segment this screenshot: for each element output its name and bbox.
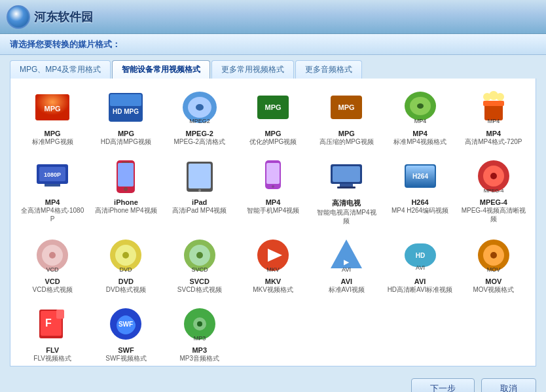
format-item-mpg2[interactable]: HD MPGMPGHD高清MPG视频	[90, 85, 161, 149]
format-item-mpeg4[interactable]: MPEG-4MPEG-4MPEG-4视频高清晰视频	[458, 154, 529, 228]
logo-text: 河东软件园	[34, 9, 93, 25]
svg-point-72	[490, 252, 497, 258]
svg-point-22	[496, 93, 504, 101]
svg-text:DVD: DVD	[120, 266, 133, 273]
format-item-ipad[interactable]: iPad高清iPad MP4视频	[164, 154, 235, 228]
format-item-iphone[interactable]: iPhone高清iPhone MP4视频	[90, 154, 161, 228]
cancel-button[interactable]: 取消	[481, 378, 536, 392]
format-icon-vcd: VCD	[33, 236, 72, 275]
format-item-mpg4[interactable]: MPGMPG高压缩的MPG视频	[311, 85, 382, 149]
svg-text:MPEG-4: MPEG-4	[484, 188, 504, 194]
svg-text:AVI: AVI	[416, 264, 425, 271]
svg-text:MPG: MPG	[45, 105, 61, 113]
format-icon-mp4-3: 1080P	[33, 156, 72, 196]
format-item-mpg3[interactable]: MPGMPG优化的MPG视频	[238, 85, 308, 149]
format-item-swf[interactable]: SWFSWFSWF视频格式	[90, 302, 161, 365]
format-icon-mp4-1: MP4	[401, 88, 440, 127]
format-item-avi1[interactable]: ▶AVIAVI标准AVI视频	[311, 233, 382, 296]
format-icon-mp4-4	[253, 156, 293, 196]
format-item-mp3[interactable]: MP3MP3MP3音频格式	[164, 302, 235, 365]
format-desc-mkv: MKV视频格式	[253, 285, 293, 294]
format-name-avi1: AVI	[341, 277, 353, 285]
format-item-mkv[interactable]: MKVMKVMKV视频格式	[238, 233, 308, 296]
format-item-vcd[interactable]: VCDVCDVCD格式视频	[17, 233, 88, 296]
svg-point-47	[490, 173, 497, 179]
svg-text:VCD: VCD	[46, 266, 60, 273]
format-icon-ipad	[180, 156, 219, 196]
format-name-svcd: SVCD	[189, 277, 209, 285]
format-item-h264[interactable]: H264H264MP4 H264编码视频	[384, 154, 455, 228]
format-item-mp4-4[interactable]: MP4智能手机MP4视频	[238, 154, 308, 228]
format-item-dvd[interactable]: DVDDVDDVD格式视频	[90, 233, 161, 296]
format-item-mpeg2[interactable]: MPEG2MPEG-2MPEG-2高清格式	[164, 85, 235, 149]
svg-point-37	[272, 185, 274, 188]
format-desc-flv: FLV视频格式	[33, 354, 71, 363]
svg-point-55	[122, 252, 129, 258]
logo: 河东软件园	[7, 5, 93, 29]
tab-tab4[interactable]: 更多音频格式	[295, 60, 362, 79]
format-icon-mpg3: MPG	[253, 88, 293, 127]
format-icon-mpeg4: MPEG-4	[474, 156, 513, 196]
format-desc-swf: SWF视频格式	[105, 354, 146, 363]
format-desc-iphone: 高清iPhone MP4视频	[95, 206, 156, 215]
tab-tab2[interactable]: 智能设备常用视频格式	[112, 60, 210, 79]
svg-text:SWF: SWF	[118, 321, 133, 328]
svg-text:MPG: MPG	[264, 103, 281, 111]
svg-text:HD: HD	[415, 252, 424, 259]
tab-tab3[interactable]: 更多常用视频格式	[211, 60, 294, 79]
footer: 下一步 取消	[0, 373, 546, 392]
format-icon-mov: MOV	[474, 236, 513, 275]
format-item-svcd[interactable]: SVCDSVCDSVCD格式视频	[164, 233, 235, 296]
format-icon-mpg4: MPG	[327, 88, 366, 127]
svg-point-8	[196, 104, 204, 111]
format-name-hdtv: 高清电视	[332, 198, 361, 208]
format-icon-swf: SWF	[106, 304, 145, 344]
format-name-iphone: iPhone	[114, 198, 138, 206]
subtitle-text: 请选择您要转换的媒片格式：	[10, 39, 120, 50]
format-item-mpg1[interactable]: MPGMPG标准MPG视频	[17, 85, 88, 149]
svg-rect-36	[266, 163, 280, 184]
format-item-mp4-2[interactable]: MP4MP4高清MP4格式-720P	[458, 85, 529, 149]
format-item-avi2[interactable]: HDAVIAVIHD高清断AVI标准视频	[384, 233, 455, 296]
format-name-mpg4: MPG	[338, 130, 355, 137]
format-desc-avi2: HD高清断AVI标准视频	[388, 285, 453, 294]
logo-icon	[7, 5, 30, 29]
format-desc-dvd: DVD格式视频	[106, 285, 146, 294]
svg-point-51	[49, 252, 56, 258]
format-icon-iphone	[106, 156, 145, 196]
svg-rect-40	[340, 184, 353, 187]
format-desc-mp4-2: 高清MP4格式-720P	[465, 137, 522, 146]
tab-tab1[interactable]: MPG、MP4及常用格式	[10, 60, 111, 79]
format-item-hdtv[interactable]: 高清电视智能电视高清MP4视频	[311, 154, 382, 228]
format-item-flv[interactable]: FFLVFLV视频格式	[17, 302, 88, 365]
svg-rect-41	[337, 187, 355, 188]
format-name-vcd: VCD	[45, 277, 60, 285]
format-name-dvd: DVD	[118, 277, 134, 285]
svg-point-34	[198, 189, 201, 192]
tabs-bar: MPG、MP4及常用格式智能设备常用视频格式更多常用视频格式更多音频格式	[0, 55, 546, 79]
svg-point-82	[197, 321, 202, 327]
format-icon-mkv: MKV	[253, 236, 293, 275]
format-desc-mov: MOV视频格式	[473, 285, 514, 294]
format-name-mp3: MP3	[192, 346, 207, 354]
format-name-mp4-3: MP4	[45, 198, 60, 206]
svg-point-16	[417, 103, 424, 109]
svg-rect-19	[483, 101, 504, 106]
svg-text:HD MPG: HD MPG	[113, 108, 139, 115]
format-icon-avi1: ▶AVI	[327, 236, 366, 275]
svg-text:MPEG2: MPEG2	[189, 118, 210, 124]
svg-rect-26	[45, 184, 60, 187]
next-button[interactable]: 下一步	[411, 378, 475, 392]
format-name-mp4-1: MP4	[412, 130, 428, 137]
svg-text:MP3: MP3	[193, 335, 206, 342]
format-desc-vcd: VCD格式视频	[33, 285, 73, 294]
format-desc-hdtv: 智能电视高清MP4视频	[314, 208, 379, 225]
format-item-mov[interactable]: MOVMOVMOV视频格式	[458, 233, 529, 296]
format-item-mp4-1[interactable]: MP4MP4标准MP4视频格式	[384, 85, 455, 149]
format-icon-mp4-2: MP4	[474, 88, 513, 127]
format-icon-dvd: DVD	[106, 236, 145, 275]
format-name-mkv: MKV	[265, 277, 281, 285]
format-item-mp4-3[interactable]: 1080PMP4全高清MP4格式-1080P	[17, 154, 88, 228]
format-desc-avi1: 标准AVI视频	[329, 285, 365, 294]
format-icon-mpg1: MPG	[33, 88, 72, 127]
